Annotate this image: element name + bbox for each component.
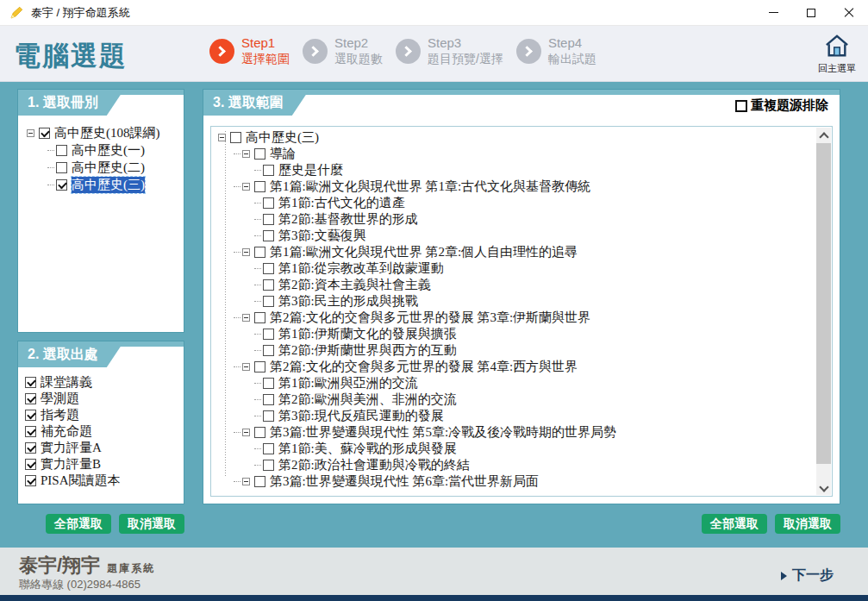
tree-connector: [254, 350, 261, 351]
volume-label[interactable]: 高中歷史(108課綱): [54, 125, 160, 141]
source-label[interactable]: PISA閱讀題本: [41, 473, 121, 489]
range-label[interactable]: 第3篇:世界變遷與現代性 第6章:當代世界新局面: [270, 473, 539, 490]
collapse-icon[interactable]: [242, 183, 250, 191]
range-checkbox[interactable]: [263, 214, 274, 225]
range-checkbox[interactable]: [263, 394, 274, 405]
range-label[interactable]: 第3節:民主的形成與挑戰: [278, 293, 418, 310]
volume-checkbox[interactable]: [56, 145, 67, 156]
left-select-all-button[interactable]: 全部選取: [46, 514, 111, 534]
left-deselect-button[interactable]: 取消選取: [119, 514, 184, 534]
range-label[interactable]: 第1節:伊斯蘭文化的發展與擴張: [278, 326, 457, 342]
range-label[interactable]: 第1節:美、蘇冷戰的形成與發展: [278, 441, 457, 457]
range-label[interactable]: 導論: [270, 146, 296, 162]
volume-label[interactable]: 高中歷史(一): [72, 142, 145, 159]
source-checkbox[interactable]: [25, 393, 36, 404]
source-checkbox[interactable]: [25, 459, 36, 470]
range-checkbox[interactable]: [263, 230, 274, 241]
source-checkbox[interactable]: [25, 426, 36, 437]
range-checkbox[interactable]: [254, 361, 265, 372]
dedupe-option[interactable]: 重複題源排除: [735, 97, 828, 114]
dedupe-checkbox[interactable]: [735, 100, 747, 112]
source-label[interactable]: 實力評量A: [41, 440, 102, 456]
range-checkbox[interactable]: [263, 197, 274, 209]
range-label[interactable]: 第2篇:文化的交會與多元世界的發展 第3章:伊斯蘭與世界: [270, 310, 590, 326]
scroll-down-button[interactable]: [816, 480, 831, 495]
range-label[interactable]: 歷史是什麼: [278, 162, 343, 178]
volume-checkbox[interactable]: [56, 162, 67, 173]
range-checkbox[interactable]: [263, 345, 274, 356]
range-label[interactable]: 第2節:基督教世界的形成: [278, 211, 418, 228]
range-label[interactable]: 第1節:歐洲與亞洲的交流: [278, 375, 418, 391]
scroll-up-button[interactable]: [816, 128, 831, 142]
volume-label[interactable]: 高中歷史(二): [72, 160, 145, 176]
range-checkbox[interactable]: [263, 165, 274, 176]
volume-row: 高中歷史(一): [25, 141, 180, 159]
volume-checkbox[interactable]: [56, 179, 67, 191]
range-checkbox[interactable]: [263, 460, 274, 471]
range-checkbox[interactable]: [254, 247, 265, 258]
tree-connector: [254, 448, 261, 449]
volume-label[interactable]: 高中歷史(三): [72, 177, 145, 193]
minimize-icon: [769, 12, 778, 13]
range-label[interactable]: 第1節:從宗教改革到啟蒙運動: [278, 260, 444, 277]
range-checkbox[interactable]: [254, 476, 265, 487]
range-checkbox[interactable]: [254, 427, 265, 438]
source-checkbox[interactable]: [25, 410, 36, 421]
range-checkbox[interactable]: [263, 378, 274, 389]
collapse-icon[interactable]: [242, 429, 250, 436]
scrollbar-thumb[interactable]: [816, 143, 831, 464]
source-label[interactable]: 指考題: [41, 407, 79, 423]
close-button[interactable]: [830, 0, 868, 26]
range-checkbox[interactable]: [263, 296, 274, 307]
range-label[interactable]: 第3節:文藝復興: [278, 228, 366, 244]
collapse-icon[interactable]: [218, 134, 226, 141]
range-label[interactable]: 第1節:古代文化的遺產: [278, 195, 405, 211]
maximize-button[interactable]: [792, 0, 830, 26]
next-step-button[interactable]: 下一步: [781, 567, 834, 585]
collapse-icon[interactable]: [242, 248, 250, 256]
tree-connector: [254, 301, 261, 302]
source-checkbox[interactable]: [25, 475, 36, 486]
range-label[interactable]: 第3節:現代反殖民運動的發展: [278, 408, 444, 424]
source-checkbox[interactable]: [25, 377, 36, 388]
range-label[interactable]: 第2節:資本主義與社會主義: [278, 277, 431, 293]
source-label[interactable]: 實力評量B: [41, 456, 101, 473]
home-button[interactable]: 回主選單: [815, 34, 859, 75]
minimize-button[interactable]: [754, 0, 792, 26]
range-checkbox[interactable]: [254, 181, 265, 192]
range-label[interactable]: 高中歷史(三): [246, 129, 319, 146]
source-label[interactable]: 課堂講義: [41, 374, 92, 391]
collapse-icon[interactable]: [242, 478, 250, 485]
range-label[interactable]: 第1篇:歐洲文化與現代世界 第2章:個人自由理性的追尋: [270, 244, 578, 260]
range-checkbox[interactable]: [263, 263, 274, 274]
range-row: 第1節:伊斯蘭文化的發展與擴張: [216, 326, 832, 342]
range-checkbox[interactable]: [263, 329, 274, 340]
range-checkbox[interactable]: [254, 148, 265, 160]
right-deselect-button[interactable]: 取消選取: [775, 514, 840, 534]
collapse-icon[interactable]: [242, 150, 250, 158]
range-label[interactable]: 第3篇:世界變遷與現代性 第5章:冷戰及後冷戰時期的世界局勢: [270, 424, 616, 441]
step-2: Step2選取題數: [303, 35, 383, 66]
collapse-icon[interactable]: [27, 129, 34, 137]
range-label[interactable]: 第2節:政治社會運動與冷戰的終結: [278, 457, 470, 473]
scrollbar[interactable]: [816, 128, 831, 495]
range-label[interactable]: 第1篇:歐洲文化與現代世界 第1章:古代文化與基督教傳統: [270, 178, 590, 195]
tree-connector: [234, 366, 240, 367]
range-checkbox[interactable]: [230, 132, 241, 143]
volume-checkbox[interactable]: [39, 128, 50, 139]
collapse-icon[interactable]: [242, 314, 250, 322]
range-label[interactable]: 第2節:伊斯蘭世界與西方的互動: [278, 342, 457, 359]
range-checkbox[interactable]: [263, 443, 274, 454]
range-checkbox[interactable]: [263, 279, 274, 291]
range-label[interactable]: 第2節:歐洲與美洲、非洲的交流: [278, 391, 457, 408]
source-label[interactable]: 學測題: [41, 391, 79, 407]
volume-row: 高中歷史(三): [25, 176, 180, 193]
right-select-all-button[interactable]: 全部選取: [702, 514, 767, 534]
range-checkbox[interactable]: [254, 312, 265, 323]
range-checkbox[interactable]: [263, 410, 274, 422]
collapse-icon[interactable]: [242, 363, 250, 371]
range-row: 第3篇:世界變遷與現代性 第6章:當代世界新局面: [216, 473, 832, 490]
range-label[interactable]: 第2篇:文化的交會與多元世界的發展 第4章:西方與世界: [270, 359, 578, 375]
source-label[interactable]: 補充命題: [41, 423, 92, 440]
source-checkbox[interactable]: [25, 442, 36, 454]
